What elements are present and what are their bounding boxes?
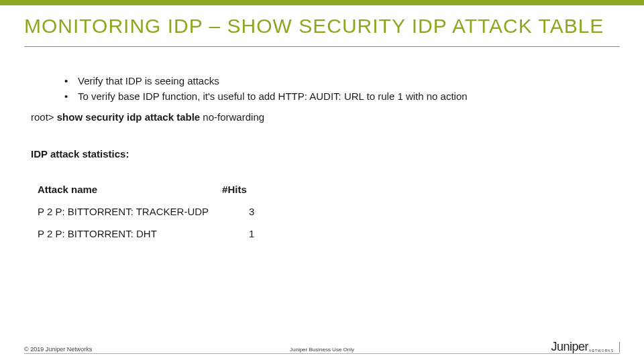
logo-separator: [619, 342, 620, 353]
table-row: P 2 P: BITTORRENT: TRACKER-UDP 3: [38, 200, 268, 223]
stats-heading: IDP attack statistics:: [31, 148, 620, 160]
title-divider: [24, 46, 620, 47]
col-header-name: Attack name: [38, 178, 222, 200]
cell-attack-name: P 2 P: BITTORRENT: TRACKER-UDP: [38, 200, 222, 223]
juniper-logo: Juniper NETWORKS: [551, 340, 620, 354]
cli-suffix: no-forwarding: [200, 111, 264, 123]
bullet-list: Verify that IDP is seeing attacks To ver…: [64, 74, 620, 103]
cell-hits: 1: [222, 223, 268, 245]
logo-subtext: NETWORKS: [589, 349, 614, 353]
cli-prompt: root>: [31, 111, 57, 123]
bullet-item: To verify base IDP function, it's useful…: [64, 89, 620, 103]
footer-divider: [24, 353, 620, 354]
attack-table: Attack name #Hits P 2 P: BITTORRENT: TRA…: [38, 178, 268, 245]
cell-attack-name: P 2 P: BITTORRENT: DHT: [38, 223, 222, 245]
table-header-row: Attack name #Hits: [38, 178, 268, 200]
cli-bold: show security idp attack table: [57, 111, 200, 123]
cell-hits: 3: [222, 200, 268, 223]
classification-text: Juniper Business Use Only: [290, 347, 354, 353]
logo-wordmark: Juniper: [551, 340, 589, 354]
cli-command: root> show security idp attack table no-…: [31, 111, 620, 123]
slide-title: MONITORING IDP – SHOW SECURITY IDP ATTAC…: [24, 15, 620, 38]
accent-bar: [0, 0, 644, 5]
copyright-text: © 2019 Juniper Networks: [24, 346, 92, 353]
col-header-hits: #Hits: [222, 178, 268, 200]
table-row: P 2 P: BITTORRENT: DHT 1: [38, 223, 268, 245]
bullet-item: Verify that IDP is seeing attacks: [64, 74, 620, 88]
footer: © 2019 Juniper Networks Juniper Business…: [0, 353, 644, 357]
slide-body: MONITORING IDP – SHOW SECURITY IDP ATTAC…: [0, 5, 644, 245]
